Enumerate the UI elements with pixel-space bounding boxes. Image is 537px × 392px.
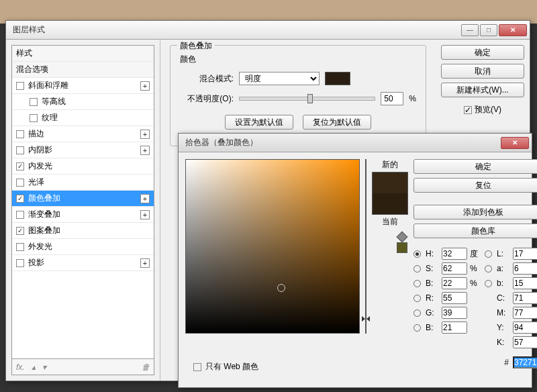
hue-slider[interactable]	[365, 159, 367, 334]
picker-ok-button[interactable]: 确定	[413, 159, 537, 174]
picker-close-button[interactable]: ✕	[501, 137, 529, 149]
add-swatch-button[interactable]: 添加到色板	[413, 205, 537, 219]
s-radio[interactable]	[413, 265, 421, 273]
nearest-web-swatch[interactable]	[397, 242, 407, 253]
style-item[interactable]: ✓图案叠加	[12, 223, 154, 239]
style-item[interactable]: 斜面和浮雕+	[12, 78, 154, 94]
hex-input[interactable]	[513, 356, 537, 369]
new-style-button[interactable]: 新建样式(W)...	[441, 83, 524, 97]
reset-default-button[interactable]: 复位为默认值	[303, 115, 371, 130]
style-checkbox[interactable]	[30, 114, 38, 122]
a-input[interactable]	[513, 262, 537, 275]
style-checkbox[interactable]: ✓	[16, 227, 24, 235]
layer-style-titlebar[interactable]: 图层样式 — □ ✕	[6, 21, 530, 40]
add-effect-icon[interactable]: +	[140, 194, 150, 203]
r-input[interactable]	[442, 292, 467, 304]
add-effect-icon[interactable]: +	[140, 81, 150, 91]
new-label: 新的	[382, 159, 398, 170]
fx-menu[interactable]: fx.	[16, 362, 25, 372]
g-radio[interactable]	[413, 309, 421, 317]
style-label: 内发光	[28, 160, 52, 172]
l-radio[interactable]	[485, 250, 492, 258]
blend-mode-label: 混合模式:	[180, 73, 234, 85]
style-checkbox[interactable]	[30, 98, 38, 106]
bv-radio[interactable]	[413, 280, 421, 287]
g-input[interactable]	[442, 307, 467, 319]
c-input[interactable]	[513, 292, 537, 304]
style-label: 斜面和浮雕	[28, 80, 68, 91]
style-item[interactable]: 光泽	[12, 175, 154, 191]
new-color-swatch	[373, 173, 407, 193]
blend-options-header[interactable]: 混合选项	[12, 62, 154, 78]
style-checkbox[interactable]: ✓	[16, 195, 24, 203]
ok-button[interactable]: 确定	[441, 45, 524, 60]
style-checkbox[interactable]: ✓	[16, 162, 24, 170]
web-only-checkbox[interactable]: 只有 Web 颜色	[193, 361, 258, 373]
bv-input[interactable]	[442, 277, 467, 289]
close-button[interactable]: ✕	[499, 24, 527, 36]
style-checkbox[interactable]	[16, 130, 24, 138]
blend-mode-select[interactable]: 明度	[239, 72, 320, 85]
style-item[interactable]: ✓颜色叠加+	[12, 191, 154, 207]
b-input[interactable]	[513, 277, 537, 289]
color-field[interactable]	[185, 159, 360, 334]
picker-titlebar[interactable]: 拾色器（叠加颜色） ✕	[179, 134, 532, 152]
opacity-slider[interactable]	[239, 97, 375, 101]
style-label: 图案叠加	[28, 225, 60, 236]
style-checkbox[interactable]	[16, 146, 24, 154]
style-item[interactable]: 内阴影+	[12, 142, 154, 158]
add-effect-icon[interactable]: +	[140, 258, 150, 268]
style-checkbox[interactable]	[16, 259, 24, 267]
style-item[interactable]: 描边+	[12, 126, 154, 142]
down-icon[interactable]: ▾	[42, 362, 46, 372]
blue-input[interactable]	[442, 322, 467, 334]
style-checkbox[interactable]	[16, 243, 24, 251]
minimize-button[interactable]: —	[461, 24, 479, 36]
style-item[interactable]: 外发光	[12, 239, 154, 255]
add-effect-icon[interactable]: +	[140, 146, 150, 155]
style-item[interactable]: 投影+	[12, 255, 154, 271]
style-label: 颜色叠加	[28, 193, 60, 204]
add-effect-icon[interactable]: +	[140, 130, 150, 139]
blue-radio[interactable]	[413, 324, 421, 332]
s-input[interactable]	[442, 262, 467, 275]
overlay-color-swatch[interactable]	[325, 72, 350, 85]
r-radio[interactable]	[413, 295, 421, 302]
style-item[interactable]: ✓内发光	[12, 158, 154, 175]
trash-icon[interactable]: 🗑	[142, 362, 150, 372]
opacity-unit: %	[409, 94, 416, 103]
h-input[interactable]	[442, 248, 467, 260]
picker-reset-button[interactable]: 复位	[413, 178, 537, 193]
style-checkbox[interactable]	[16, 179, 24, 187]
m-input[interactable]	[513, 307, 537, 319]
styles-panel: 样式 混合选项 斜面和浮雕+等高线纹理描边+内阴影+✓内发光光泽✓颜色叠加+渐变…	[6, 40, 160, 381]
l-input[interactable]	[513, 248, 537, 260]
maximize-button[interactable]: □	[480, 24, 497, 36]
up-icon[interactable]: ▴	[32, 362, 36, 372]
color-cursor-icon	[277, 284, 285, 292]
opacity-input[interactable]	[381, 92, 403, 105]
style-item[interactable]: 纹理	[12, 110, 154, 126]
style-checkbox[interactable]	[16, 82, 24, 90]
style-label: 光泽	[28, 177, 44, 188]
group-subtitle: 颜色	[180, 54, 416, 65]
add-effect-icon[interactable]: +	[140, 210, 150, 219]
layer-style-title: 图层样式	[13, 24, 460, 36]
hex-label: #	[504, 358, 509, 367]
style-item[interactable]: 渐变叠加+	[12, 207, 154, 223]
cancel-button[interactable]: 取消	[441, 64, 524, 79]
style-item[interactable]: 等高线	[12, 94, 154, 110]
styles-header[interactable]: 样式	[12, 46, 154, 62]
h-radio[interactable]	[413, 250, 421, 258]
cube-icon	[397, 232, 408, 243]
k-input[interactable]	[513, 336, 537, 348]
style-label: 外发光	[28, 241, 52, 252]
a-radio[interactable]	[485, 265, 492, 273]
style-checkbox[interactable]	[16, 211, 24, 219]
preview-checkbox[interactable]: ✓ 预览(V)	[441, 104, 524, 115]
y-input[interactable]	[513, 322, 537, 334]
set-default-button[interactable]: 设置为默认值	[225, 115, 293, 130]
b-radio[interactable]	[485, 280, 492, 287]
color-library-button[interactable]: 颜色库	[413, 224, 537, 238]
color-preview[interactable]	[372, 172, 408, 215]
